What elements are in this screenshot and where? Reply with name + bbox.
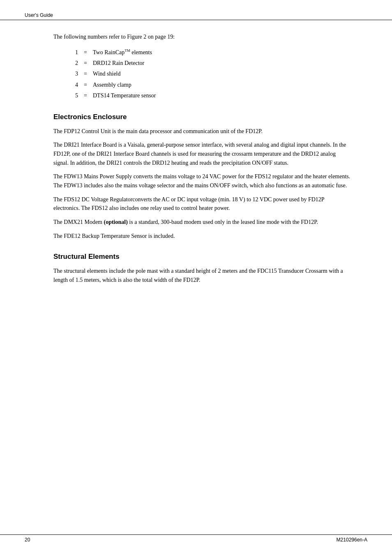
list-item-text: DTS14 Temperature sensor <box>93 91 351 100</box>
header-title: User's Guide <box>25 12 367 18</box>
list-item-number: 4 <box>70 81 78 90</box>
section-structural-elements: Structural ElementsThe structural elemen… <box>53 253 351 284</box>
list-item: 3=Wind shield <box>70 69 351 78</box>
list-item-equals: = <box>81 91 90 100</box>
paragraph: The DRI21 Interface Board is a Vaisala, … <box>53 140 351 167</box>
paragraph: The FDW13 Mains Power Supply converts th… <box>53 172 351 190</box>
footer-doc-number: M210296en-A <box>337 537 367 543</box>
list-item-text: Assembly clamp <box>93 81 351 90</box>
paragraph: The FDE12 Backup Temperature Sensor is i… <box>53 232 351 241</box>
list-item-number: 1 <box>70 48 78 57</box>
page: User's Guide The following numbers refer… <box>0 0 392 555</box>
intro-text: The following numbers refer to Figure 2 … <box>53 32 351 41</box>
list-item: 2=DRD12 Rain Detector <box>70 59 351 68</box>
list-item-equals: = <box>81 81 90 90</box>
section-heading: Electronics Enclosure <box>53 113 351 121</box>
list-item-equals: = <box>81 59 90 68</box>
page-footer: 20 M210296en-A <box>0 534 392 543</box>
paragraph: The structural elements include the pole… <box>53 267 351 284</box>
paragraph: The DMX21 Modem (optional) is a standard… <box>53 218 351 227</box>
bold-text: (optional) <box>104 219 128 225</box>
paragraph: The FDP12 Control Unit is the main data … <box>53 127 351 136</box>
list-item-text: Two RainCapTM elements <box>93 48 351 57</box>
main-content: The following numbers refer to Figure 2 … <box>0 32 392 285</box>
paragraph: The FDS12 DC Voltage Regulatorconverts t… <box>53 195 351 213</box>
list-item: 1=Two RainCapTM elements <box>70 48 351 57</box>
superscript: TM <box>125 48 130 53</box>
numbered-list: 1=Two RainCapTM elements2=DRD12 Rain Det… <box>70 48 351 101</box>
list-item-text: Wind shield <box>93 69 351 78</box>
list-item: 5=DTS14 Temperature sensor <box>70 91 351 100</box>
sections-container: Electronics EnclosureThe FDP12 Control U… <box>53 113 351 285</box>
footer-page-number: 20 <box>25 537 30 543</box>
list-item-number: 2 <box>70 59 78 68</box>
list-item: 4=Assembly clamp <box>70 81 351 90</box>
list-item-text: DRD12 Rain Detector <box>93 59 351 68</box>
section-heading: Structural Elements <box>53 253 351 261</box>
page-header: User's Guide <box>0 0 392 20</box>
list-item-equals: = <box>81 69 90 78</box>
list-item-number: 5 <box>70 91 78 100</box>
list-item-number: 3 <box>70 69 78 78</box>
section-electronics-enclosure: Electronics EnclosureThe FDP12 Control U… <box>53 113 351 241</box>
list-item-equals: = <box>81 48 90 57</box>
